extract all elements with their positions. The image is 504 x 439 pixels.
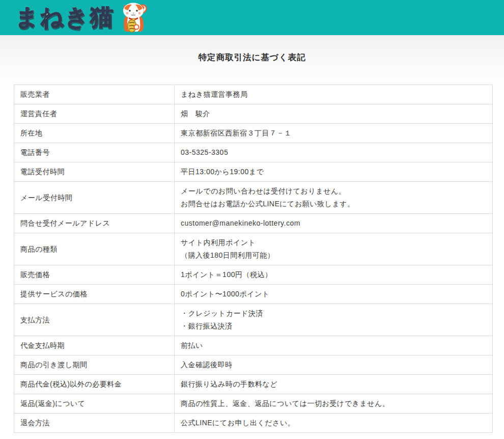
row-label: 問合せ受付メールアドレス <box>14 214 175 233</box>
row-value: 0ポイント〜1000ポイント <box>175 285 493 304</box>
row-value: 東京都新宿区西新宿３丁目７－１ <box>175 124 493 143</box>
table-row: 商品の種類サイト内利用ポイント（購入後180日間利用可能） <box>14 233 493 265</box>
row-label: 商品の引き渡し期間 <box>14 355 175 375</box>
row-value: 03-5325-3305 <box>175 143 493 162</box>
row-value: 銀行振り込み時の手数料など <box>175 375 493 394</box>
table-row: 運営責任者畑 駿介 <box>14 104 493 124</box>
row-value-line: サイト内利用ポイント <box>181 236 486 249</box>
site-logo-text: まねき猫 <box>14 4 116 32</box>
row-label: 商品の種類 <box>14 233 175 265</box>
row-value: サイト内利用ポイント（購入後180日間利用可能） <box>175 233 493 265</box>
table-row: 販売業者まねき猫運営事務局 <box>14 85 493 104</box>
row-label: メール受付時間 <box>14 182 175 214</box>
row-value: 畑 駿介 <box>175 104 493 124</box>
page-title: 特定商取引法に基づく表記 <box>0 35 504 63</box>
table-row: 電話受付時間平日13:00から19:00まで <box>14 162 493 182</box>
row-label: 所在地 <box>14 124 175 143</box>
row-value-line: 0ポイント〜1000ポイント <box>181 288 486 300</box>
row-value-line: ・クレジットカード決済 <box>181 307 486 320</box>
row-label: 退会方法 <box>14 414 175 433</box>
row-value-line: customer@manekineko-lottery.com <box>181 217 486 230</box>
row-label: 運営責任者 <box>14 104 175 124</box>
table-row: メール受付時間メールでのお問い合わせは受付けておりません。お問合せはお電話か公式… <box>14 182 493 214</box>
row-value-line: 03-5325-3305 <box>181 146 486 159</box>
row-label: 支払方法 <box>14 304 175 336</box>
table-row: 商品代金(税込)以外の必要料金銀行振り込み時の手数料など <box>14 375 493 394</box>
row-value: まねき猫運営事務局 <box>175 85 493 104</box>
row-value-line: （購入後180日間利用可能） <box>181 249 486 262</box>
table-row: 退会方法公式LINEにてお申し出ください。 <box>14 414 493 433</box>
row-label: 電話受付時間 <box>14 162 175 182</box>
maneki-neko-cat-icon <box>118 1 149 35</box>
row-label: 代金支払時期 <box>14 336 175 355</box>
table-row: 代金支払時期前払い <box>14 336 493 355</box>
row-value: メールでのお問い合わせは受付けておりません。お問合せはお電話か公式LINEにてお… <box>175 182 493 214</box>
table-row: 電話番号03-5325-3305 <box>14 143 493 162</box>
row-value: 平日13:00から19:00まで <box>175 162 493 182</box>
row-value-line: 公式LINEにてお申し出ください。 <box>181 417 486 429</box>
row-label: 電話番号 <box>14 143 175 162</box>
row-value-line: 1ポイント＝100円（税込） <box>181 268 486 281</box>
table-row: 所在地東京都新宿区西新宿３丁目７－１ <box>14 124 493 143</box>
commercial-transaction-table: 販売業者まねき猫運営事務局運営責任者畑 駿介所在地東京都新宿区西新宿３丁目７－１… <box>14 85 493 433</box>
row-label: 販売業者 <box>14 85 175 104</box>
row-value-line: 銀行振り込み時の手数料など <box>181 378 486 391</box>
table-row: 提供サービスの価格0ポイント〜1000ポイント <box>14 285 493 304</box>
row-value: 入金確認後即時 <box>175 355 493 375</box>
row-value-line: 東京都新宿区西新宿３丁目７－１ <box>181 127 486 140</box>
row-value-line: メールでのお問い合わせは受付けておりません。 <box>181 185 486 198</box>
row-value-line: お問合せはお電話か公式LINEにてお願い致します。 <box>181 198 486 210</box>
site-header: まねき猫 <box>0 0 504 35</box>
row-value-line: ・銀行振込決済 <box>181 320 486 333</box>
site-logo[interactable]: まねき猫 <box>14 1 149 35</box>
table-row: 返品(返金)について商品の性質上、返金、返品については一切お受けできません。 <box>14 394 493 414</box>
row-value-line: 商品の性質上、返金、返品については一切お受けできません。 <box>181 397 486 410</box>
row-value: customer@manekineko-lottery.com <box>175 214 493 233</box>
table-row: 支払方法・クレジットカード決済・銀行振込決済 <box>14 304 493 336</box>
row-value-line: 入金確認後即時 <box>181 359 486 371</box>
table-row: 問合せ受付メールアドレスcustomer@manekineko-lottery.… <box>14 214 493 233</box>
row-value: ・クレジットカード決済・銀行振込決済 <box>175 304 493 336</box>
table-body: 販売業者まねき猫運営事務局運営責任者畑 駿介所在地東京都新宿区西新宿３丁目７－１… <box>14 85 493 433</box>
row-label: 商品代金(税込)以外の必要料金 <box>14 375 175 394</box>
row-value-line: 畑 駿介 <box>181 107 486 120</box>
row-label: 販売価格 <box>14 265 175 285</box>
main-content: 特定商取引法に基づく表記 販売業者まねき猫運営事務局運営責任者畑 駿介所在地東京… <box>0 35 504 439</box>
row-value: 商品の性質上、返金、返品については一切お受けできません。 <box>175 394 493 414</box>
row-value: 1ポイント＝100円（税込） <box>175 265 493 285</box>
row-value-line: 前払い <box>181 339 486 352</box>
row-label: 提供サービスの価格 <box>14 285 175 304</box>
table-row: 販売価格1ポイント＝100円（税込） <box>14 265 493 285</box>
row-value: 前払い <box>175 336 493 355</box>
table-row: 商品の引き渡し期間入金確認後即時 <box>14 355 493 375</box>
row-value-line: まねき猫運営事務局 <box>181 88 486 101</box>
row-value-line: 平日13:00から19:00まで <box>181 166 486 178</box>
row-value: 公式LINEにてお申し出ください。 <box>175 414 493 433</box>
row-label: 返品(返金)について <box>14 394 175 414</box>
